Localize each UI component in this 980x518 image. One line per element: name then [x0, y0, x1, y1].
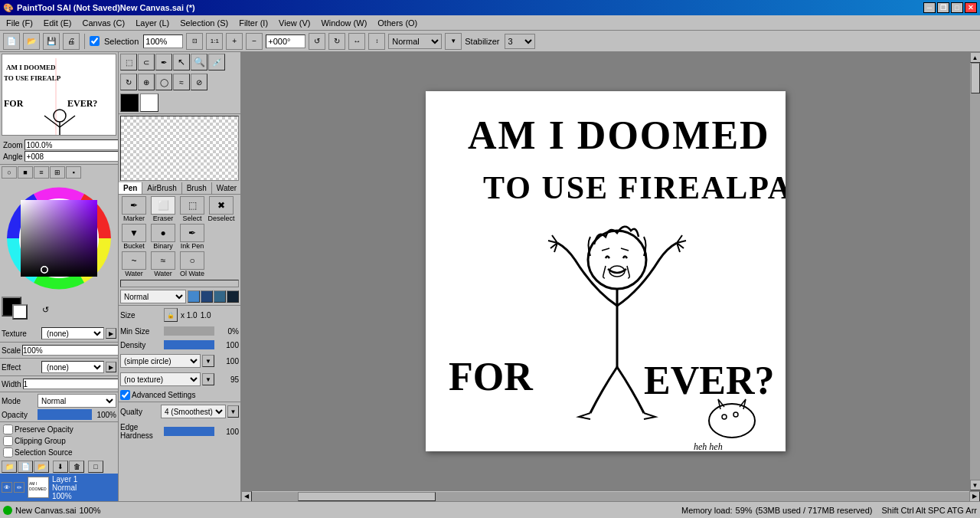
menu-window[interactable]: Window (W) — [316, 17, 371, 29]
menu-filter[interactable]: Filter (I) — [234, 17, 273, 29]
angle-value-input[interactable] — [24, 151, 119, 162]
brush-tab-pen[interactable]: Pen — [119, 182, 142, 194]
mode-select[interactable]: Normal — [38, 394, 116, 408]
flip-h[interactable]: ↔ — [348, 33, 365, 50]
zoom-in[interactable]: + — [226, 33, 243, 50]
move-tool[interactable]: ↖ — [173, 54, 190, 70]
blend-mode-select[interactable]: Normal — [388, 34, 442, 49]
brush-tab-water[interactable]: Water — [212, 182, 241, 194]
color-mode-grid[interactable]: ⊞ — [50, 166, 65, 179]
quality-expand[interactable]: ▼ — [227, 405, 239, 418]
color-mode-dot[interactable]: ▪ — [66, 166, 81, 179]
menu-layer[interactable]: Layer (L) — [131, 17, 174, 29]
marquee-tool[interactable]: ⬚ — [120, 54, 137, 70]
marker-tool[interactable]: ✒ Marker — [120, 196, 148, 222]
smudge-tool[interactable]: ≈ — [173, 74, 190, 90]
rotate-reset[interactable]: ↕ — [368, 33, 385, 50]
color-wheel-svg[interactable] — [2, 182, 116, 295]
selection-checkbox[interactable] — [90, 36, 100, 46]
brush-blend-select[interactable]: Normal — [120, 290, 186, 303]
new-layer[interactable]: 📄 — [18, 461, 33, 473]
fg-swatch[interactable] — [120, 93, 139, 112]
blend-btn-2[interactable] — [201, 290, 213, 303]
menu-canvas[interactable]: Canvas (C) — [78, 17, 130, 29]
zoom-out[interactable]: − — [246, 33, 263, 50]
brush-tab-brush[interactable]: Brush — [182, 182, 212, 194]
texture-brush-select[interactable]: (no texture) — [120, 372, 201, 386]
scale-input[interactable] — [22, 345, 119, 356]
color-mode-h[interactable]: ■ — [18, 166, 33, 179]
merge-layer[interactable]: ⬇ — [53, 461, 68, 473]
toolbar-print[interactable]: 🖨 — [63, 33, 80, 50]
water1-tool[interactable]: ~ Water — [120, 251, 148, 277]
texture-brush-expand[interactable]: ▼ — [202, 373, 214, 385]
zoom-fit[interactable]: ⊡ — [186, 33, 203, 50]
rotate-left[interactable]: ↺ — [309, 33, 325, 50]
quality-select[interactable]: 4 (Smoothest) — [161, 405, 226, 418]
menu-view[interactable]: View (V) — [274, 17, 315, 29]
toolbar-open[interactable]: 📂 — [23, 33, 40, 50]
open-layer[interactable]: 📂 — [34, 461, 49, 473]
layer-options[interactable]: □ — [88, 461, 103, 473]
menu-edit[interactable]: Edit (E) — [39, 17, 77, 29]
rotate-tool[interactable]: ↻ — [120, 74, 137, 90]
bucket-tool[interactable]: ▼ Bucket — [120, 224, 148, 250]
stabilizer-select[interactable]: 3 — [505, 34, 535, 49]
zoom-input[interactable] — [143, 34, 183, 48]
horizontal-scrollbar[interactable]: ◀ ▶ — [241, 490, 980, 501]
shape-select[interactable]: (simple circle) — [120, 354, 201, 368]
eraser2-tool[interactable]: ◯ — [155, 74, 172, 90]
scroll-v-thumb[interactable] — [971, 63, 980, 93]
main-drawing[interactable]: AM I DOOMED TO USE FIREALPACA FOR EVER? — [426, 91, 786, 451]
blend-btn-3[interactable] — [214, 290, 226, 303]
zoom-100[interactable]: 1:1 — [206, 33, 223, 50]
canvas-area[interactable]: AM I DOOMED TO USE FIREALPACA FOR EVER? — [241, 52, 969, 490]
restore-button[interactable]: ❐ — [937, 2, 949, 13]
effect-expand[interactable]: ▶ — [106, 362, 116, 372]
select-tool[interactable]: ⬚ Select — [178, 196, 206, 222]
water2-tool[interactable]: ≈ Water — [149, 251, 177, 277]
pen-tool[interactable]: ✒ — [155, 54, 172, 70]
layer-edit[interactable]: ✏ — [14, 482, 24, 493]
color-wheel[interactable] — [2, 182, 116, 295]
advanced-checkbox[interactable] — [120, 390, 130, 400]
edge-hardness-slider[interactable] — [164, 427, 214, 436]
scroll-v-track[interactable] — [970, 63, 980, 480]
maximize-button[interactable]: □ — [951, 2, 963, 13]
minimize-button[interactable]: ─ — [923, 2, 936, 13]
menu-selection[interactable]: Selection (S) — [175, 17, 233, 29]
scroll-left-btn[interactable]: ◀ — [241, 491, 252, 502]
eyedrop-tool[interactable]: 💉 — [208, 54, 225, 70]
scroll-h-thumb[interactable] — [298, 492, 436, 501]
new-layer-set[interactable]: 📁 — [2, 461, 17, 473]
texture-select[interactable]: (none) — [41, 327, 104, 339]
scroll-up-btn[interactable]: ▲ — [970, 52, 981, 63]
preserve-opacity-checkbox[interactable] — [3, 425, 13, 434]
density-slider[interactable] — [164, 340, 214, 349]
color-mode-wheel[interactable]: ○ — [2, 166, 17, 179]
layer-visible[interactable]: 👁 — [2, 482, 12, 493]
brush-tab-airbrush[interactable]: AirBrush — [142, 182, 181, 194]
scroll-right-btn[interactable]: ▶ — [969, 491, 980, 502]
magnify-tool[interactable]: ⊕ — [138, 74, 155, 90]
color-reset[interactable]: ↺ — [42, 305, 49, 315]
vertical-scrollbar[interactable]: ▲ ▼ — [969, 52, 980, 490]
clipping-group-checkbox[interactable] — [3, 436, 13, 446]
shape-expand[interactable]: ▼ — [202, 355, 214, 367]
width-input[interactable] — [23, 379, 119, 389]
ol-water-tool[interactable]: ○ Ol Wate — [178, 251, 206, 277]
texture-expand[interactable]: ▶ — [106, 328, 116, 339]
brush-scrollbar[interactable] — [120, 280, 239, 287]
ink-pen-tool[interactable]: ✒ Ink Pen — [178, 224, 206, 250]
color-mode-s[interactable]: ≡ — [34, 166, 49, 179]
zoom-value-input[interactable] — [24, 139, 119, 150]
close-button[interactable]: ✕ — [965, 2, 977, 13]
effect-select[interactable]: (none) — [41, 361, 104, 373]
background-color[interactable] — [12, 304, 28, 320]
blend-btn-4[interactable] — [227, 290, 239, 303]
selection-source-checkbox[interactable] — [3, 448, 13, 457]
scroll-h-track[interactable] — [252, 492, 969, 501]
delete-layer[interactable]: 🗑 — [69, 461, 84, 473]
eraser-tool[interactable]: ⬜ Eraser — [149, 196, 177, 222]
brush-scroll[interactable] — [119, 279, 240, 288]
